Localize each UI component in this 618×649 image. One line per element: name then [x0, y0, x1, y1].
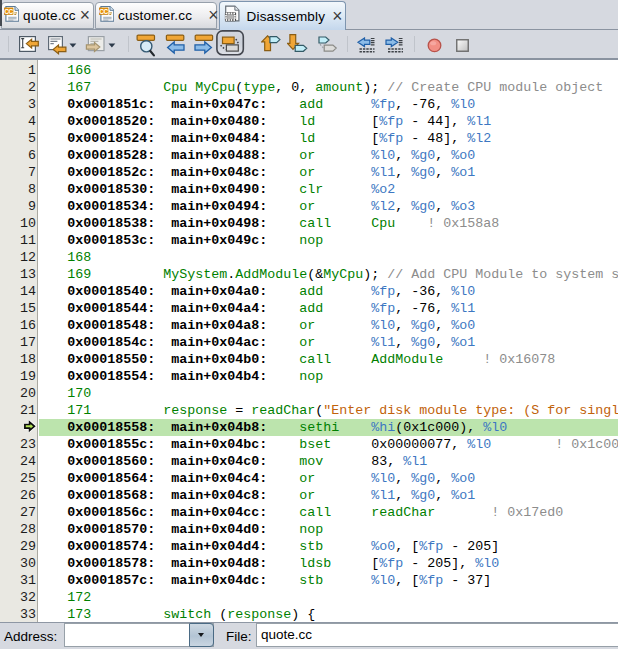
svg-text:CC: CC	[99, 8, 108, 15]
svg-text:CC: CC	[4, 8, 13, 15]
